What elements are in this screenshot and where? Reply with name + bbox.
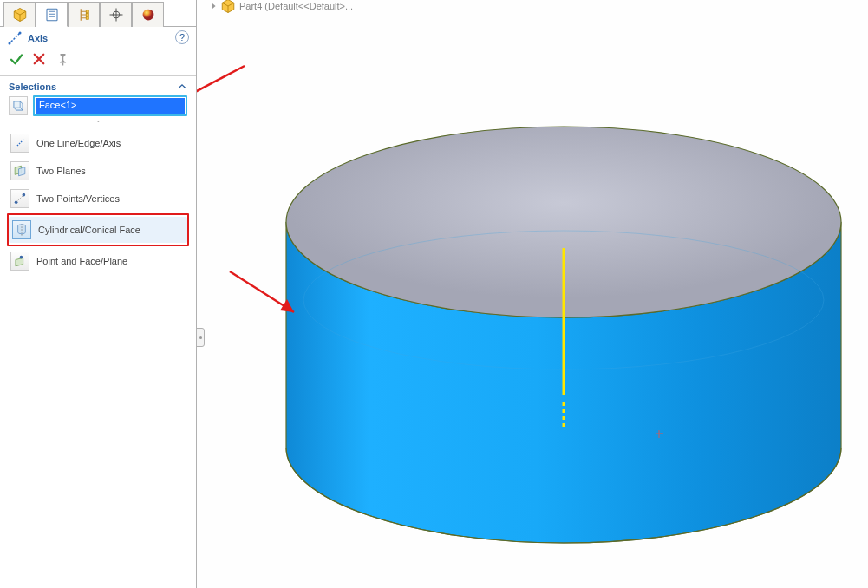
tab-appearance[interactable] — [132, 2, 164, 27]
svg-line-11 — [9, 32, 21, 44]
two-points-icon — [10, 189, 29, 208]
pushpin-icon[interactable] — [54, 51, 69, 67]
svg-line-15 — [16, 139, 24, 147]
axis-method-list: One Line/Edge/Axis Two Planes — [0, 130, 196, 274]
method-point-face-label: Point and Face/Plane — [36, 256, 127, 266]
annotation-arrow-to-selection — [197, 59, 253, 128]
property-manager-panel: Axis ? Selections — [0, 0, 197, 588]
method-one-line[interactable]: One Line/Edge/Axis — [7, 130, 189, 156]
face-icon — [9, 96, 28, 115]
method-cylindrical-label: Cylindrical/Conical Face — [38, 225, 140, 235]
svg-rect-0 — [47, 9, 57, 21]
annotation-arrow-to-face — [223, 265, 310, 325]
part-icon — [220, 0, 236, 14]
method-one-line-label: One Line/Edge/Axis — [36, 138, 121, 148]
app-root: Axis ? Selections — [0, 0, 868, 588]
cube-icon — [12, 7, 28, 23]
tab-configuration-manager[interactable] — [68, 2, 100, 27]
svg-point-17 — [23, 193, 26, 197]
target-icon — [108, 7, 124, 23]
graphics-viewport[interactable]: Part4 (Default<<Default>... — [197, 0, 868, 588]
axis-icon — [7, 30, 23, 46]
selection-listbox[interactable]: Face<1> — [33, 95, 187, 116]
selection-item[interactable]: Face<1> — [36, 98, 185, 114]
part-label: Part4 (Default<<Default>... — [239, 1, 353, 11]
svg-rect-4 — [86, 10, 88, 13]
svg-point-13 — [19, 32, 22, 35]
action-row — [0, 48, 196, 72]
property-sheet-icon — [44, 7, 60, 23]
svg-point-10 — [142, 10, 153, 21]
feature-header: Axis ? — [0, 27, 196, 48]
cylinder-icon — [12, 220, 31, 239]
feature-title: Axis — [28, 33, 48, 43]
svg-point-12 — [9, 42, 11, 45]
flyout-tree[interactable]: Part4 (Default<<Default>... — [211, 0, 353, 14]
help-icon[interactable]: ? — [175, 30, 189, 44]
chevron-up-icon — [177, 82, 187, 92]
method-two-points-label: Two Points/Vertices — [36, 193, 120, 204]
selections-label: Selections — [9, 82, 56, 92]
tab-feature-manager[interactable] — [3, 2, 36, 27]
panel-splitter-handle[interactable] — [197, 328, 205, 347]
svg-rect-5 — [86, 14, 88, 16]
selection-row: Face<1> — [0, 95, 196, 116]
method-two-planes-label: Two Planes — [36, 166, 86, 176]
method-two-planes[interactable]: Two Planes — [7, 158, 189, 184]
panel-tabbar — [3, 0, 196, 27]
cylindrical-highlight: Cylindrical/Conical Face — [7, 213, 189, 246]
svg-rect-6 — [86, 16, 88, 19]
method-point-face[interactable]: Point and Face/Plane — [7, 248, 189, 274]
svg-line-18 — [16, 195, 24, 203]
svg-point-16 — [15, 201, 18, 205]
tab-dimxpert[interactable] — [100, 2, 132, 27]
expand-arrow-icon — [211, 2, 217, 10]
cancel-icon[interactable] — [31, 51, 47, 67]
sphere-color-icon — [140, 7, 156, 23]
config-icon — [76, 7, 92, 23]
line-icon — [10, 134, 29, 153]
list-resize-grip[interactable]: ⌄ — [0, 116, 196, 128]
tab-property-manager[interactable] — [36, 2, 68, 27]
method-cylindrical[interactable]: Cylindrical/Conical Face — [9, 217, 187, 243]
point-face-icon — [10, 252, 29, 271]
method-two-points[interactable]: Two Points/Vertices — [7, 186, 189, 212]
confirm-icon[interactable] — [9, 51, 24, 67]
two-planes-icon — [10, 161, 29, 180]
selections-header[interactable]: Selections — [0, 76, 196, 95]
svg-line-24 — [197, 66, 245, 116]
svg-point-21 — [20, 256, 23, 259]
